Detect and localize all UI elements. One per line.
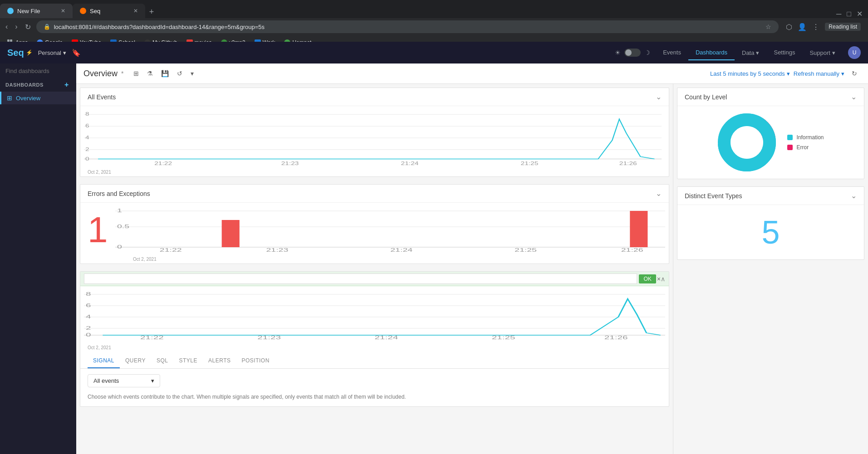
tab-sql[interactable]: SQL [151, 354, 174, 368]
svg-text:0: 0 [117, 244, 122, 249]
svg-text:8: 8 [85, 112, 89, 117]
save-button[interactable]: 💾 [158, 68, 172, 79]
all-events-chart: 8 6 4 2 0 21:22 21:23 21:24 21:25 21:26 [80, 106, 669, 170]
cancel-button[interactable]: × [657, 275, 661, 283]
reading-list-button[interactable]: Reading list [825, 23, 861, 31]
sidebar-search-area: 🔍 [0, 63, 76, 78]
dropdown-button[interactable]: ▾ [188, 68, 196, 79]
svg-text:21:22: 21:22 [140, 335, 164, 340]
seq-logo: Seq ⚡ [7, 48, 33, 58]
add-dashboard-button[interactable]: + [63, 81, 71, 89]
refresh-icon-button[interactable]: ↻ [848, 67, 861, 80]
close-button[interactable]: ✕ [857, 10, 863, 18]
seq-favicon [80, 8, 86, 14]
filter-button[interactable]: ⚗ [144, 68, 156, 79]
address-bar[interactable]: 🔒 localhost:8081/#/dashboards?dashboardI… [36, 20, 779, 33]
donut-chart-container: Information Error [677, 106, 864, 179]
svg-text:21:25: 21:25 [515, 248, 537, 252]
tab-position[interactable]: POSITION [236, 354, 275, 368]
svg-text:21:23: 21:23 [266, 248, 288, 252]
new-tab-button[interactable]: + [145, 5, 158, 18]
header-toolbar: ⊞ ⚗ 💾 ↺ ▾ [131, 68, 196, 79]
svg-text:21:26: 21:26 [619, 161, 637, 166]
errors-panel: Errors and Exceptions ⌄ 1 [80, 184, 669, 264]
tab-style[interactable]: STYLE [174, 354, 203, 368]
tab-seq-close[interactable]: ✕ [133, 8, 138, 14]
tab-new-file[interactable]: New File ✕ [0, 4, 73, 18]
seq-star-icon: ⚡ [26, 49, 33, 56]
information-color [787, 135, 793, 140]
svg-text:21:26: 21:26 [621, 248, 643, 252]
restore-button[interactable]: □ [847, 10, 851, 18]
time-range-button[interactable]: Last 5 minutes by 5 seconds ▾ [710, 70, 790, 77]
tab-signal[interactable]: SIGNAL [88, 354, 120, 368]
bookmark-dashboard-button[interactable]: 🔖 [72, 49, 81, 57]
back-button[interactable]: ‹ [4, 21, 10, 33]
minimize-button[interactable]: ─ [836, 10, 841, 18]
distinct-event-types-header: Distinct Event Types ⌄ [677, 187, 864, 205]
tab-query[interactable]: QUERY [120, 354, 151, 368]
count-by-level-collapse-button[interactable]: ⌄ [851, 93, 857, 101]
sidebar-section-header: DASHBOARDS + [0, 78, 76, 92]
theme-switch[interactable] [624, 49, 641, 57]
errors-big-number: 1 [80, 203, 112, 257]
sidebar-search-input[interactable] [5, 68, 82, 74]
edit-panel: OK × ∧ 8 6 [80, 271, 669, 407]
signal-row: All events ▾ [80, 369, 669, 393]
edit-x-label: Oct 2, 2021 [80, 345, 669, 352]
errors-title: Errors and Exceptions [88, 190, 656, 197]
nav-data[interactable]: Data ▾ [735, 45, 766, 60]
svg-text:21:22: 21:22 [159, 248, 181, 252]
all-events-title: All Events [88, 93, 656, 101]
tab-alerts[interactable]: ALERTS [203, 354, 236, 368]
profile-icon[interactable]: 👤 [798, 23, 807, 31]
errors-chart-area: 1 0.5 0 21:22 21:23 21:24 [112, 203, 669, 257]
tab-seq[interactable]: Seq ✕ [73, 4, 145, 18]
nav-events[interactable]: Events [656, 45, 688, 60]
sun-icon: ☀ [615, 49, 621, 56]
svg-text:0: 0 [85, 156, 89, 161]
new-file-favicon [7, 8, 14, 14]
legend-information: Information [787, 134, 824, 141]
left-panels: All Events ⌄ [76, 84, 673, 454]
menu-icon[interactable]: ⋮ [812, 23, 819, 31]
distinct-event-types-panel: Distinct Event Types ⌄ 5 [677, 186, 864, 260]
edit-panel-header: OK × ∧ [80, 272, 669, 286]
svg-text:21:23: 21:23 [257, 335, 281, 340]
tab-new-file-close[interactable]: ✕ [61, 8, 65, 14]
nav-settings[interactable]: Settings [766, 45, 802, 60]
svg-text:1: 1 [117, 208, 122, 213]
star-icon[interactable]: ☆ [765, 23, 771, 30]
ok-button[interactable]: OK [639, 274, 656, 283]
extensions-icon[interactable]: ⬡ [786, 23, 792, 31]
svg-text:4: 4 [86, 314, 91, 319]
personal-selector[interactable]: Personal ▾ [38, 49, 66, 56]
svg-text:2: 2 [86, 326, 91, 331]
user-avatar[interactable]: U [848, 46, 861, 59]
time-controls: Last 5 minutes by 5 seconds ▾ Refresh ma… [710, 67, 861, 80]
distinct-event-types-collapse-button[interactable]: ⌄ [851, 191, 857, 200]
reload-button[interactable]: ↻ [23, 21, 33, 33]
panel-collapse-up-button[interactable]: ∧ [661, 275, 665, 283]
signal-select[interactable]: All events ▾ [88, 374, 160, 387]
svg-text:21:24: 21:24 [390, 248, 412, 252]
nav-support[interactable]: Support ▾ [802, 45, 843, 60]
donut-legend: Information Error [787, 134, 824, 151]
all-events-x-label: Oct 2, 2021 [80, 170, 669, 176]
url-text: localhost:8081/#/dashboards?dashboardId=… [54, 24, 265, 30]
panel-tabs: SIGNAL QUERY SQL STYLE ALERTS POSITION [80, 354, 669, 369]
grid-view-button[interactable]: ⊞ [131, 68, 142, 79]
undo-button[interactable]: ↺ [174, 68, 185, 79]
svg-text:21:22: 21:22 [154, 161, 172, 166]
nav-dashboards[interactable]: Dashboards [688, 45, 735, 60]
errors-collapse-button[interactable]: ⌄ [656, 189, 662, 198]
error-color [787, 145, 793, 150]
sidebar-item-overview[interactable]: ⊞ Overview [0, 92, 76, 104]
count-by-level-title: Count by Level [685, 93, 851, 101]
donut-chart [717, 113, 776, 172]
refresh-manually-button[interactable]: Refresh manually ▾ [794, 70, 844, 77]
forward-button[interactable]: › [13, 21, 19, 33]
distinct-event-types-title: Distinct Event Types [685, 192, 851, 200]
panel-title-input[interactable] [84, 273, 637, 284]
all-events-collapse-button[interactable]: ⌄ [656, 93, 662, 101]
